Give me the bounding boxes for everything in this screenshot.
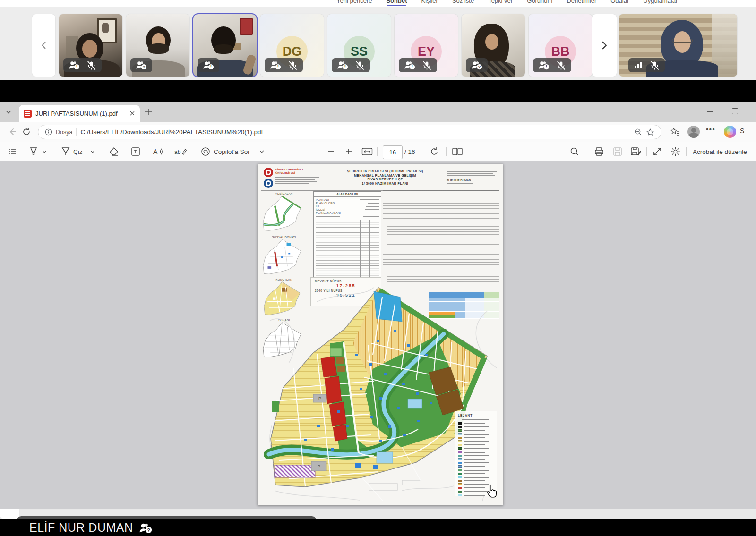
browser-tab[interactable]: JURİ PAFTASISUNUM (1).pdf [19, 105, 140, 122]
status-pill: ! [332, 58, 370, 72]
info-icon[interactable] [45, 128, 52, 136]
collections-icon[interactable] [670, 127, 679, 136]
participant-tile[interactable]: BB ! [529, 14, 592, 77]
url-text: C:/Users/ELİF/Downloads/JURİ%20PAFTASISU… [80, 128, 630, 136]
department-logo-blue [264, 179, 273, 188]
menu-item-denetimler[interactable]: Denetimler [567, 0, 596, 7]
participant-tile[interactable]: ? [126, 14, 189, 77]
mic-muted-icon [556, 60, 566, 70]
pdf-file-icon [24, 110, 32, 118]
draw-pen-icon[interactable] [60, 145, 71, 158]
area-table-rows [316, 220, 379, 280]
participant-tile-active-speaker[interactable]: ! [193, 14, 257, 77]
status-pill: ? [130, 58, 152, 72]
people-alert-icon: ! [337, 60, 348, 70]
self-video-tile[interactable] [619, 14, 737, 77]
fit-width-icon[interactable] [361, 145, 373, 158]
people-alert-icon: ! [69, 60, 80, 70]
signal-bars-icon [634, 61, 643, 69]
fullscreen-icon[interactable] [652, 145, 662, 158]
participant-strip: ! ? ! DG ! [0, 7, 756, 80]
participant-tile[interactable]: ! [59, 14, 122, 77]
copilot-icon[interactable] [724, 126, 736, 138]
favorite-star-icon[interactable] [646, 128, 654, 136]
people-question-icon: ? [471, 60, 482, 70]
legend-row [458, 440, 494, 443]
legend-row [458, 451, 494, 454]
participant-tile[interactable]: SS ! [327, 14, 391, 77]
presenter-name: ELİF NUR DUMAN [29, 521, 133, 535]
url-field[interactable]: Dosya C:/Users/ELİF/Downloads/JURİ%20PAF… [38, 125, 662, 139]
toc-icon[interactable] [8, 145, 17, 158]
zoom-out-icon[interactable] [327, 145, 335, 158]
svg-text:P: P [318, 396, 321, 401]
legend-row [458, 468, 494, 472]
legend-row [458, 454, 494, 458]
zoom-in-icon[interactable] [345, 145, 352, 158]
legend-title: LEJANT [458, 414, 494, 417]
page-number-input[interactable] [383, 145, 403, 159]
text-box-icon[interactable] [130, 145, 141, 158]
draw-dropdown-icon[interactable] [90, 145, 95, 158]
participant-tile[interactable]: EY ! [395, 14, 458, 77]
legend-row [458, 436, 494, 440]
browser-tab-bar: JURİ PAFTASISUNUM (1).pdf [0, 102, 756, 122]
settings-gear-icon[interactable] [670, 145, 681, 158]
save-as-icon[interactable] [630, 145, 642, 158]
menu-item-gorunum[interactable]: Görünüm [527, 0, 552, 7]
pdf-viewport[interactable]: SİVAS CUMHURİYET ÜNİVERSİTESİ ŞEHİRCİLİK… [0, 161, 756, 509]
minimize-icon[interactable] [707, 111, 713, 112]
tab-search-chevron-icon[interactable] [5, 108, 12, 116]
scroll-left-button[interactable] [32, 14, 55, 77]
chevron-left-icon [39, 41, 49, 50]
save-icon[interactable] [612, 145, 623, 158]
menu-item-uygulamalar[interactable]: Uygulamalar [643, 0, 678, 7]
inset-sosyal-donati: SOSYAL DONATI [259, 236, 309, 279]
menu-item-kisiler[interactable]: Kişiler [421, 0, 438, 7]
copilot-ask-icon[interactable] [200, 145, 211, 158]
copilot-dropdown-icon[interactable] [259, 145, 265, 158]
highlighter-icon[interactable] [28, 145, 39, 158]
refresh-icon[interactable] [22, 127, 31, 136]
menu-item-tepki-ver[interactable]: Tepki ver [488, 0, 513, 7]
page-view-icon[interactable] [452, 145, 463, 158]
profile-avatar[interactable] [687, 126, 700, 138]
acrobat-edit-label[interactable]: Acrobat ile düzenle [693, 145, 756, 158]
svg-text:P: P [318, 464, 320, 469]
menu-item-yeni-pencere[interactable]: Yeni pencere [336, 0, 372, 7]
maximize-icon[interactable] [732, 108, 738, 114]
scroll-right-button[interactable] [592, 14, 617, 77]
tab-close-icon[interactable] [129, 111, 135, 116]
legend-row [458, 476, 494, 479]
text-note-icon[interactable]: ab [174, 145, 187, 158]
inset-map-green [259, 195, 305, 234]
draw-label[interactable]: Çiz [73, 145, 83, 158]
read-aloud-icon[interactable]: A [152, 145, 164, 158]
menu-item-sohbet[interactable]: Sohbet [386, 0, 407, 7]
new-tab-icon[interactable] [145, 108, 152, 116]
back-icon[interactable] [8, 127, 17, 136]
print-icon[interactable] [593, 145, 605, 158]
menu-item-odalar[interactable]: Odalar [610, 0, 629, 7]
highlighter-dropdown-icon[interactable] [42, 145, 47, 158]
svg-text:?: ? [143, 65, 146, 69]
edge-sidebar-label[interactable]: S [740, 127, 744, 135]
copilot-ask-label[interactable]: Copilot'a Sor [214, 145, 250, 158]
page-total-label: / 16 [404, 145, 415, 158]
eraser-icon[interactable] [109, 145, 119, 158]
zoom-page-icon[interactable] [634, 128, 642, 136]
mic-muted-icon [288, 60, 298, 70]
status-pill: ! [63, 58, 102, 72]
legend-row [458, 433, 494, 436]
people-question-icon: ? [136, 60, 147, 70]
legend-row [458, 461, 494, 465]
participant-tile[interactable]: ? [462, 14, 525, 77]
rotate-icon[interactable] [429, 145, 439, 158]
window-corner [0, 509, 19, 519]
svg-text:!: ! [546, 64, 547, 69]
people-question-icon: ? [139, 522, 152, 534]
more-menu-icon[interactable]: ••• [706, 125, 715, 134]
menu-item-soz-iste[interactable]: Söz iste [452, 0, 474, 7]
search-document-icon[interactable] [569, 145, 580, 158]
participant-tile[interactable]: DG ! [260, 14, 324, 77]
